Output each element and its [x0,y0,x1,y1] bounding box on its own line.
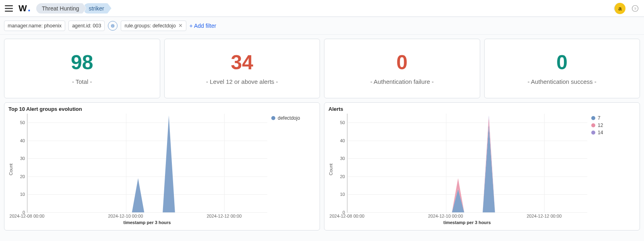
add-filter-button[interactable]: + Add filter [190,23,217,29]
filter-chip[interactable]: manager.name: phoenix [4,21,65,31]
series-area [27,115,267,212]
series-area [347,117,587,212]
plot-area: 01020304050 [27,114,267,213]
logo[interactable]: W. [19,3,31,14]
stat-label: - Authentication failure - [370,78,434,85]
logo-dot: . [28,6,31,10]
help-button[interactable]: ? [630,3,641,14]
legend-dot [591,131,595,135]
stat-value: 0 [556,52,568,73]
y-tick: 20 [20,174,25,179]
filter-bar: manager.name: phoenixagent.id: 003⊜rule.… [0,17,644,35]
y-tick: 40 [20,138,25,143]
legend-item[interactable]: defectdojo [271,115,316,121]
y-tick: 10 [340,192,345,197]
stat-card: 0- Authentication success - [484,39,640,98]
legend-dot [271,116,275,120]
breadcrumb-item[interactable]: striker [83,3,111,14]
filter-chip[interactable]: agent.id: 003 [68,21,105,31]
legend-label: 7 [598,115,601,121]
y-tick: 20 [340,174,345,179]
x-axis-label: timestamp per 3 hours [27,220,267,225]
breadcrumb: Threat Huntingstriker [36,3,108,14]
stat-label: - Level 12 or above alerts - [206,78,278,85]
topbar: W. Threat Huntingstriker a ? [0,0,644,17]
content: 98- Total -34- Level 12 or above alerts … [0,35,644,235]
y-tick: 30 [340,156,345,161]
svg-text:?: ? [634,6,636,10]
stat-value: 34 [231,52,253,73]
menu-button[interactable] [3,3,14,14]
legend: defectdojo [267,114,316,225]
legend-dot [591,116,595,120]
stat-card: 98- Total - [4,39,160,98]
chart-title: Alerts [328,106,636,112]
hamburger-icon [5,5,13,12]
x-tick: 2024-12-12 00:00 [206,214,242,218]
legend-label: 12 [598,123,603,128]
series-area [347,125,587,212]
x-tick: 2024-12-10 00:00 [428,214,463,218]
help-icon: ? [632,5,639,12]
legend-item[interactable]: 12 [591,123,636,128]
plot-area: 01020304050 [347,114,587,213]
stat-value: 0 [396,52,408,73]
stat-card: 0- Authentication failure - [324,39,480,98]
series-area [347,115,587,212]
y-tick: 30 [20,156,25,161]
stat-value: 98 [71,52,93,73]
svg-rect-2 [5,10,13,11]
x-axis-label: timestamp per 3 hours [347,220,587,225]
close-icon[interactable]: ✕ [178,23,183,29]
x-tick: 2024-12-08 00:00 [330,214,365,218]
chart-card-alerts: AlertsCount010203040502024-12-08 00:0020… [324,102,640,231]
filter-chip-label: rule.groups: defectdojo [124,23,175,29]
x-tick: 2024-12-08 00:00 [10,214,45,218]
y-tick: 10 [20,192,25,197]
chart-row: Top 10 Alert groups evolutionCount010203… [4,102,640,231]
y-axis-label: Count [8,114,15,225]
stat-label: - Authentication success - [528,78,597,85]
svg-rect-0 [5,5,13,6]
legend-item[interactable]: 7 [591,115,636,121]
filter-chip[interactable]: rule.groups: defectdojo✕ [121,21,186,31]
avatar[interactable]: a [614,3,625,14]
stat-label: - Total - [72,78,92,85]
x-tick: 2024-12-10 00:00 [108,214,143,218]
filter-operator-icon[interactable]: ⊜ [108,21,118,31]
stat-row: 98- Total -34- Level 12 or above alerts … [4,39,640,98]
legend-label: defectdojo [278,115,300,121]
y-axis-label: Count [328,114,335,225]
y-tick: 40 [340,138,345,143]
chart-card-groups: Top 10 Alert groups evolutionCount010203… [4,102,320,231]
x-tick: 2024-12-12 00:00 [526,214,561,218]
logo-letter: W [19,3,27,14]
legend: 71214 [587,114,636,225]
breadcrumb-item[interactable]: Threat Hunting [36,3,87,14]
legend-item[interactable]: 14 [591,130,636,135]
y-tick: 50 [20,120,25,125]
stat-card: 34- Level 12 or above alerts - [164,39,320,98]
legend-label: 14 [598,130,603,135]
filter-chip-label: manager.name: phoenix [8,23,62,29]
filter-chip-label: agent.id: 003 [72,23,101,29]
legend-dot [591,123,595,127]
y-tick: 50 [340,120,345,125]
chart-title: Top 10 Alert groups evolution [8,106,316,112]
svg-rect-1 [5,8,13,8]
